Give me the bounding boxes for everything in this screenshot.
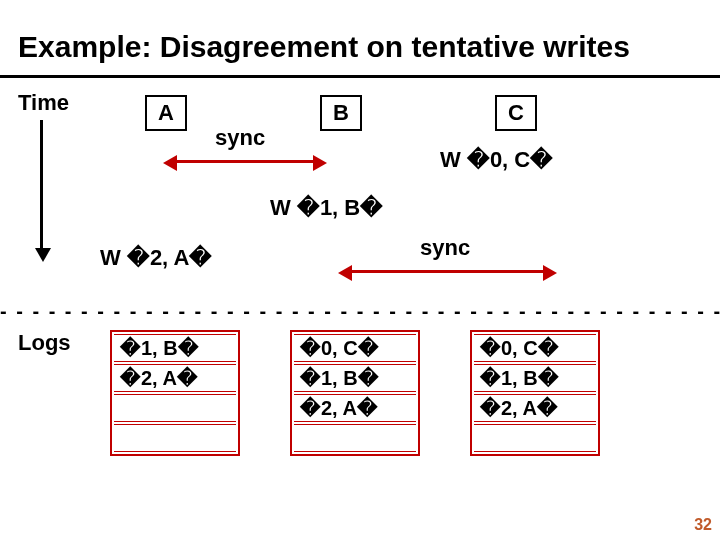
sync-arrow-ab-icon	[175, 160, 315, 163]
log-a-2	[114, 394, 236, 422]
node-b-label: B	[333, 100, 349, 126]
divider-dashes: - - - - - - - - - - - - - - - - - - - - …	[0, 300, 720, 323]
sync-arrow-bc-icon	[350, 270, 545, 273]
node-c: C	[495, 95, 537, 131]
sync-label-bc: sync	[420, 235, 470, 261]
slide-title: Example: Disagreement on tentative write…	[18, 30, 630, 64]
log-table-a: �1, B� �2, A�	[110, 330, 240, 456]
write-c: W �0, C�	[440, 147, 553, 173]
log-b-1: �1, B�	[294, 364, 416, 392]
node-a: A	[145, 95, 187, 131]
log-b-3	[294, 424, 416, 452]
time-label: Time	[18, 90, 69, 116]
sync-label-ab: sync	[215, 125, 265, 151]
write-a: W �2, A�	[100, 245, 212, 271]
log-table-c: �0, C� �1, B� �2, A�	[470, 330, 600, 456]
log-a-0: �1, B�	[114, 334, 236, 362]
log-table-b: �0, C� �1, B� �2, A�	[290, 330, 420, 456]
node-b: B	[320, 95, 362, 131]
log-b-0: �0, C�	[294, 334, 416, 362]
node-a-label: A	[158, 100, 174, 126]
slide: Example: Disagreement on tentative write…	[0, 0, 720, 540]
log-a-3	[114, 424, 236, 452]
page-number: 32	[694, 516, 712, 534]
log-a-1: �2, A�	[114, 364, 236, 392]
time-arrow-icon	[40, 120, 43, 250]
log-c-0: �0, C�	[474, 334, 596, 362]
write-b: W �1, B�	[270, 195, 383, 221]
log-c-3	[474, 424, 596, 452]
log-c-1: �1, B�	[474, 364, 596, 392]
log-c-2: �2, A�	[474, 394, 596, 422]
title-rule	[0, 75, 720, 78]
logs-label: Logs	[18, 330, 71, 356]
node-c-label: C	[508, 100, 524, 126]
log-b-2: �2, A�	[294, 394, 416, 422]
